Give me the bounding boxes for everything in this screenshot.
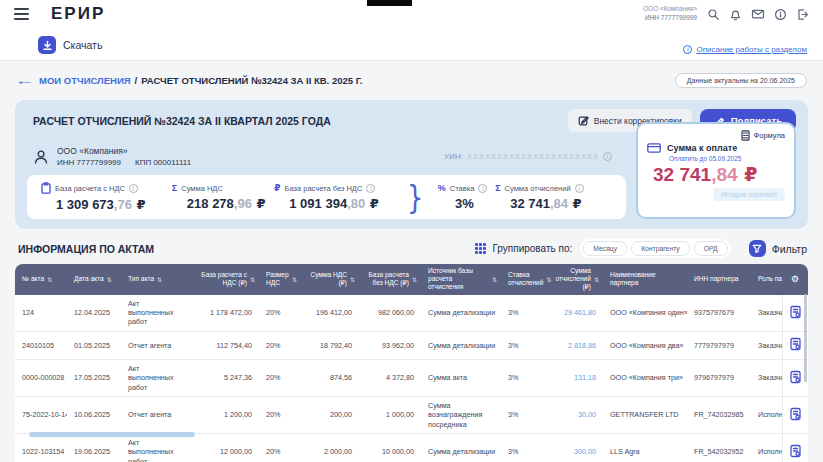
cell-deduction_source: Сумма вознаграждения посредника (421, 397, 501, 433)
filter-icon (749, 240, 766, 257)
cell-act_number: 124 (15, 304, 67, 321)
cell-deduction_sum: 131,18 (545, 369, 603, 386)
cell-partner_role: Заказчик (751, 304, 782, 321)
column-header-act_number[interactable]: № акта⇅ (15, 272, 67, 286)
metric-info-icon[interactable]: i (366, 184, 375, 193)
data-actual-badge: Данные актуальны на 20.06.2025 (675, 73, 807, 88)
brace-divider: } (407, 183, 423, 212)
uin-info-icon[interactable]: i (603, 152, 612, 161)
erir-app: ЕРИР ООО «Компания» ИНН 7777799999 Скача… (0, 0, 823, 462)
document-view-icon[interactable] (789, 370, 802, 386)
sort-icon[interactable]: ⇅ (107, 276, 112, 284)
group-by-label: Группировать по: (474, 242, 573, 255)
metric-rate: % Ставка i 3% (438, 183, 491, 211)
column-header-deduction_rate[interactable]: Ставка отчислений⇅ (501, 268, 545, 290)
cell-deduction_sum: 300,00 (545, 443, 603, 460)
acts-section-header: ИНФОРМАЦИЯ ПО АКТАМ Группировать по: Мес… (0, 229, 823, 264)
metric-base-with-vat: База расчета с НДС i 1 309 673,76 ₽ (41, 182, 168, 212)
metric-info-icon[interactable]: i (129, 184, 138, 193)
company-name: ООО «Компания» (57, 146, 205, 156)
cell-act_number: 0000-000028 (15, 369, 67, 386)
horizontal-scrollbar[interactable] (29, 432, 195, 437)
sort-icon[interactable]: ⇅ (250, 276, 255, 284)
menu-hamburger-icon[interactable] (14, 8, 29, 20)
document-view-icon[interactable] (789, 407, 802, 423)
group-option-1[interactable]: Контрагенту (631, 241, 690, 256)
column-header-deduction_sum[interactable]: Сумма отчислений (₽)⇅ (545, 264, 603, 295)
cell-partner_name: GETTRANSFER LTD (603, 406, 687, 423)
sort-icon[interactable]: ⇅ (292, 276, 297, 284)
sigma-icon: Σ (495, 183, 500, 193)
table-settings-gear-icon[interactable]: ⚙ (782, 274, 808, 285)
logout-icon[interactable] (796, 8, 809, 21)
download-button[interactable]: Скачать (38, 36, 102, 54)
cell-act_number: 24010105 (15, 337, 67, 354)
column-header-vat_sum[interactable]: Сумма НДС (₽)⇅ (301, 268, 359, 290)
filter-button[interactable]: Фильтр (749, 240, 807, 257)
cell-partner_inn: FR_742032985 (687, 406, 751, 423)
cell-vat_sum: 874,56 (301, 369, 359, 386)
sort-icon[interactable]: ⇅ (47, 276, 52, 284)
clipboard-icon (41, 182, 51, 194)
edit-icon (578, 115, 589, 126)
cell-base_without_vat: 1 000,00 (359, 406, 421, 423)
screen-artifact (367, 0, 412, 6)
document-view-icon[interactable] (789, 305, 802, 321)
ruble-icon: ₽ (274, 183, 280, 193)
document-view-icon[interactable] (789, 337, 802, 353)
group-option-0[interactable]: Месяцу (583, 241, 627, 256)
breadcrumb-link-my-deductions[interactable]: МОИ ОТЧИСЛЕНИЯ (39, 75, 131, 86)
column-header-base_with_vat[interactable]: База расчета с НДС (₽)⇅ (189, 268, 259, 290)
column-header-act_type[interactable]: Тип акта⇅ (121, 272, 189, 286)
grid-icon (474, 242, 487, 255)
cell-deduction_sum: 30,00 (545, 406, 603, 423)
row-actions[interactable] (782, 397, 808, 433)
company-info: ООО «Компания» ИНН 7777799999КПП 0000111… (33, 146, 205, 167)
sort-icon[interactable]: ⇅ (412, 276, 417, 284)
metric-info-icon[interactable]: i (575, 184, 584, 193)
vertical-scrollbar[interactable] (804, 294, 807, 382)
mail-icon[interactable] (751, 8, 765, 20)
cell-vat_sum: 2 000,00 (301, 443, 359, 460)
table-row: 1022-10315419.06.2025Акт выполненных раб… (15, 434, 808, 462)
column-header-base_without_vat[interactable]: База расчета без НДС (₽)⇅ (359, 268, 421, 290)
section-help-link[interactable]: i Описание работы с разделом (683, 45, 807, 54)
bell-icon[interactable] (729, 8, 742, 21)
info-icon[interactable] (774, 8, 787, 21)
document-view-icon[interactable] (789, 444, 802, 460)
sort-icon[interactable]: ⇅ (350, 276, 355, 284)
payment-history-button[interactable]: История платежей (713, 188, 785, 201)
cell-vat_rate: 20% (259, 406, 301, 423)
acts-table: № акта⇅Дата акта⇅Тип акта⇅База расчета с… (15, 264, 808, 462)
metric-vat-sum: Σ Сумма НДС 218 278,96 ₽ (172, 183, 270, 211)
cell-partner_inn: FR_542032952 (687, 443, 751, 460)
cell-partner_role: Исполнитель (751, 406, 782, 423)
column-header-vat_rate[interactable]: Размер НДС⇅ (259, 268, 301, 290)
row-actions[interactable] (782, 434, 808, 462)
formula-link[interactable]: Формула (647, 130, 785, 141)
breadcrumb-current: РАСЧЕТ ОТЧИСЛЕНИЙ №32424 ЗА II КВ. 2025 … (141, 75, 362, 86)
sort-icon[interactable]: ⇅ (594, 276, 599, 284)
cell-partner_role: Заказчик (751, 369, 782, 386)
table-row: 0000-00002817.05.2025Акт выполненных раб… (15, 360, 808, 397)
cell-vat_rate: 20% (259, 443, 301, 460)
column-header-deduction_source[interactable]: Источник базы расчета отчисления⇅ (421, 264, 501, 295)
erir-logo[interactable]: ЕРИР (51, 4, 105, 24)
cell-base_with_vat: 1 200,00 (189, 406, 259, 423)
back-arrow-icon[interactable]: ← (14, 73, 35, 88)
cell-deduction_source: Сумма детализации (421, 337, 501, 354)
sort-icon[interactable]: ⇅ (157, 276, 162, 284)
amount-to-pay: 32 741,84 ₽ (653, 163, 785, 186)
cell-deduction_source: Сумма детализации (421, 443, 501, 460)
metric-info-icon[interactable]: i (478, 184, 487, 193)
column-header-partner_name: Наименование партнера (603, 268, 687, 290)
cell-act_type: Акт выполненных работ (121, 295, 189, 331)
search-icon[interactable] (707, 8, 720, 21)
pay-deadline: Оплатить до 05.09.2025 (669, 155, 785, 162)
cell-deduction_source: Сумма акта (421, 369, 501, 386)
column-header-act_date[interactable]: Дата акта⇅ (67, 272, 121, 286)
current-organization: ООО «Компания» ИНН 7777799999 (643, 5, 697, 23)
group-option-2[interactable]: ОРД (694, 241, 728, 256)
sort-icon[interactable]: ⇅ (492, 276, 497, 284)
sort-icon[interactable]: ⇅ (546, 276, 551, 284)
